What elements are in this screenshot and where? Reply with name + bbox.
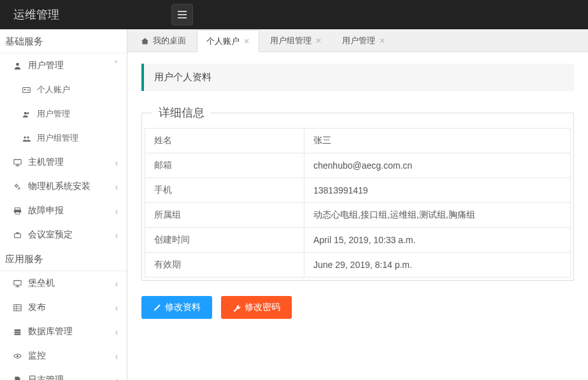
edit-profile-button[interactable]: 修改资料 (141, 296, 212, 319)
table-icon (11, 304, 23, 312)
info-value: 13813991419 (305, 178, 571, 203)
svg-rect-19 (15, 212, 20, 214)
svg-rect-12 (13, 159, 20, 164)
sidebar-item[interactable]: 会议室预定‹ (0, 223, 127, 247)
file-icon (11, 376, 23, 381)
tab-label: 用户组管理 (270, 35, 312, 46)
button-row: 修改资料 修改密码 (141, 296, 574, 319)
table-row: 有效期June 29, 2019, 8:14 p.m. (145, 253, 571, 278)
svg-rect-29 (14, 329, 20, 330)
svg-rect-13 (16, 164, 18, 165)
info-label: 手机 (145, 178, 305, 203)
sidebar-item[interactable]: 故障申报‹ (0, 199, 127, 223)
sidebar-item-label: 会议室预定 (28, 229, 115, 241)
sidebar-item-label: 主机管理 (28, 157, 115, 168)
tab[interactable]: 用户管理✕ (333, 29, 395, 52)
eye-icon (11, 352, 23, 360)
chevron-left-icon: ‹ (115, 204, 118, 217)
svg-point-15 (15, 185, 17, 186)
svg-point-11 (27, 136, 29, 138)
svg-rect-24 (15, 286, 20, 287)
svg-point-8 (24, 111, 26, 114)
change-password-label: 修改密码 (245, 302, 280, 313)
tab-bar: 我的桌面个人账户✕用户组管理✕用户管理✕ (127, 29, 588, 52)
sidebar-item[interactable]: 数据库管理‹ (0, 320, 127, 344)
edit-profile-label: 修改资料 (165, 302, 201, 313)
sidebar-section-title: 基础服务 (0, 29, 127, 53)
table-row: 姓名张三 (145, 129, 571, 153)
svg-rect-6 (27, 88, 29, 89)
svg-point-5 (24, 88, 25, 90)
info-label: 所属组 (145, 203, 305, 228)
sidebar-item[interactable]: 监控‹ (0, 344, 127, 368)
users-icon (20, 110, 32, 118)
tab[interactable]: 个人账户✕ (197, 30, 259, 52)
svg-point-10 (24, 136, 25, 138)
svg-rect-22 (13, 280, 20, 285)
content-pane: 用户个人资料 详细信息 姓名张三邮箱chenhubo@aecg.com.cn手机… (127, 52, 588, 380)
sidebar-item[interactable]: 发布‹ (0, 295, 127, 320)
tab[interactable]: 用户组管理✕ (261, 29, 331, 52)
menu-toggle-button[interactable] (171, 4, 193, 25)
info-value: chenhubo@aecg.com.cn (305, 153, 571, 178)
db-icon (11, 328, 23, 336)
table-row: 所属组动态心电组,接口组,运维组,测试组,胸痛组 (145, 203, 571, 228)
chevron-left-icon: ‹ (115, 349, 118, 362)
svg-rect-31 (14, 333, 20, 334)
briefcase-icon (11, 231, 23, 239)
close-icon[interactable]: ✕ (315, 36, 322, 45)
topbar: 运维管理 (0, 0, 588, 29)
chevron-down-icon: ˅ (114, 59, 118, 72)
sidebar-item-label: 用户管理 (37, 108, 115, 120)
info-value: June 29, 2019, 8:14 p.m. (305, 253, 571, 278)
tab-label: 个人账户 (206, 36, 240, 47)
svg-rect-23 (16, 285, 18, 286)
sidebar: 基础服务用户管理˅个人账户用户管理用户组管理主机管理‹物理机系统安装‹故障申报‹… (0, 29, 127, 380)
info-label: 有效期 (145, 253, 305, 278)
sidebar-item[interactable]: 主机管理‹ (0, 150, 127, 174)
wrench-icon (233, 304, 241, 312)
chevron-left-icon: ‹ (115, 156, 118, 169)
svg-rect-7 (27, 90, 29, 91)
sidebar-item-label: 数据库管理 (28, 326, 115, 337)
sidebar-subitem[interactable]: 用户管理 (0, 102, 127, 126)
close-icon[interactable]: ✕ (379, 36, 385, 45)
tab-label: 用户管理 (342, 35, 375, 46)
details-legend: 详细信息 (152, 105, 211, 120)
chevron-left-icon: ‹ (115, 301, 118, 314)
sidebar-item[interactable]: 用户管理˅ (0, 53, 127, 78)
details-fieldset: 详细信息 姓名张三邮箱chenhubo@aecg.com.cn手机1381399… (141, 105, 574, 281)
cogs-icon (11, 183, 23, 191)
sidebar-item-label: 用户管理 (28, 60, 115, 71)
svg-point-3 (16, 62, 19, 66)
info-value: 张三 (305, 129, 571, 153)
svg-point-9 (27, 112, 29, 114)
change-password-button[interactable]: 修改密码 (221, 296, 292, 319)
svg-point-32 (16, 355, 18, 356)
sidebar-item[interactable]: 物理机系统安装‹ (0, 174, 127, 199)
sidebar-subitem[interactable]: 个人账户 (0, 78, 127, 102)
user-icon (11, 62, 23, 70)
sidebar-item-label: 发布 (28, 302, 115, 313)
tab[interactable]: 我的桌面 (131, 29, 196, 52)
sidebar-item-label: 堡垒机 (28, 278, 115, 289)
hamburger-icon (178, 11, 187, 18)
page-header: 用户个人资料 (141, 64, 574, 91)
sidebar-item-label: 监控 (28, 350, 115, 362)
info-table: 姓名张三邮箱chenhubo@aecg.com.cn手机13813991419所… (145, 128, 571, 278)
sidebar-subitem[interactable]: 用户组管理 (0, 126, 127, 150)
sidebar-item[interactable]: 堡垒机‹ (0, 271, 127, 295)
table-row: 手机13813991419 (145, 178, 571, 203)
brand-title: 运维管理 (10, 7, 63, 22)
table-row: 邮箱chenhubo@aecg.com.cn (145, 153, 571, 178)
close-icon[interactable]: ✕ (243, 37, 250, 46)
svg-rect-25 (13, 304, 20, 311)
info-label: 邮箱 (145, 153, 305, 178)
sidebar-item[interactable]: 日志管理‹ (0, 368, 127, 380)
chevron-left-icon: ‹ (115, 277, 118, 290)
chevron-left-icon: ‹ (115, 180, 118, 193)
sidebar-item-label: 物理机系统安装 (28, 181, 115, 192)
svg-rect-2 (178, 17, 187, 18)
svg-rect-17 (15, 208, 20, 209)
info-value: 动态心电组,接口组,运维组,测试组,胸痛组 (305, 203, 571, 228)
